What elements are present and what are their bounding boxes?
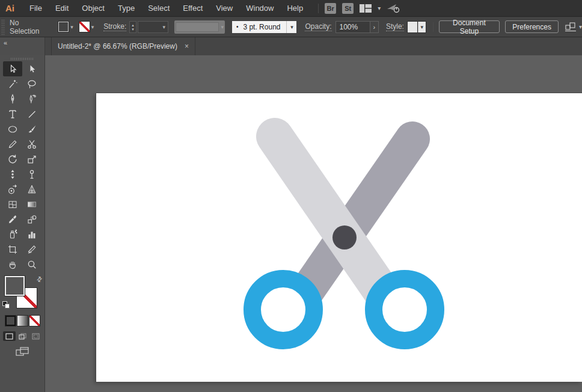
tool-column-graph[interactable] (22, 227, 41, 242)
close-tab-icon[interactable]: × (185, 42, 189, 51)
menu-item-help[interactable]: Help (280, 0, 310, 17)
menu-item-file[interactable]: File (23, 0, 49, 17)
fill-indicator[interactable] (5, 276, 25, 296)
tool-selection[interactable] (3, 61, 22, 76)
tool-pen[interactable] (3, 91, 22, 106)
tool-line-segment[interactable] (22, 106, 41, 121)
chevron-down-icon[interactable]: ▾ (70, 24, 73, 30)
opacity-panel-arrow[interactable]: › (370, 21, 379, 33)
menu-bar: Ai FileEditObjectTypeSelectEffectViewWin… (0, 0, 582, 17)
menu-item-type[interactable]: Type (111, 0, 141, 17)
bridge-button[interactable]: Br (325, 3, 336, 14)
chevron-down-icon[interactable]: ▾ (162, 24, 165, 30)
tool-curvature[interactable] (22, 91, 41, 106)
swap-fill-stroke-icon[interactable]: ⇄ (35, 275, 44, 284)
draw-behind-button[interactable] (16, 331, 29, 341)
tool-blend[interactable] (22, 212, 41, 227)
tool-ellipse[interactable] (3, 121, 22, 136)
menu-item-view[interactable]: View (209, 0, 239, 17)
pen-icon (7, 94, 18, 105)
tool-slice[interactable] (22, 242, 41, 257)
tool-type[interactable] (3, 106, 22, 121)
align-icon[interactable] (565, 22, 577, 32)
stock-button[interactable]: St (342, 3, 354, 14)
draw-inside-button[interactable] (29, 331, 42, 341)
canvas-pasteboard[interactable] (45, 55, 582, 392)
panel-drag-grip[interactable] (11, 58, 34, 60)
tool-free-transform[interactable] (22, 167, 41, 182)
graphic-style-swatch[interactable] (408, 22, 417, 32)
stroke-none-swatch[interactable] (79, 22, 90, 32)
collapse-panel-icon[interactable]: « (4, 39, 7, 46)
variable-width-dropdown: ▾ (174, 20, 225, 34)
chevron-down-icon[interactable]: ▾ (378, 5, 381, 11)
fill-stroke-indicator: ⇄ (0, 275, 45, 314)
slice-icon (26, 244, 37, 255)
artboard[interactable] (96, 93, 582, 382)
brush-definition-dropdown[interactable]: • 3 pt. Round ▾ (232, 21, 297, 33)
share-sync-icon[interactable] (387, 4, 400, 13)
panel-grip[interactable] (1, 19, 5, 35)
gradient-button[interactable] (17, 316, 28, 326)
change-screen-mode-icon[interactable] (16, 347, 29, 358)
tool-magic-wand[interactable] (3, 76, 22, 91)
align-options-control[interactable]: ▾ (565, 22, 582, 32)
tool-symbol-sprayer[interactable] (3, 227, 22, 242)
menu-item-object[interactable]: Object (75, 0, 111, 17)
handle-right (374, 279, 436, 341)
tool-pencil[interactable] (3, 136, 22, 152)
opacity-label[interactable]: Opacity: (305, 22, 331, 31)
tool-paintbrush[interactable] (22, 121, 41, 136)
chevron-down-icon[interactable]: ▾ (91, 24, 94, 30)
chevron-down-icon[interactable]: ▾ (418, 22, 426, 32)
workspace-switcher-icon[interactable] (360, 4, 372, 13)
tool-eyedropper[interactable] (3, 212, 22, 227)
stepper-down-icon[interactable]: ▾ (132, 27, 134, 31)
tool-scissors[interactable] (22, 136, 41, 152)
control-bar: No Selection ▾ ▾ Stroke: ▴ ▾ ▾ ▾ • 3 pt.… (0, 17, 582, 37)
color-button[interactable] (5, 316, 16, 326)
tool-mesh[interactable] (3, 197, 22, 212)
menu-item-edit[interactable]: Edit (49, 0, 75, 17)
stroke-weight-dropdown[interactable]: ▾ (138, 21, 168, 33)
tool-artboard[interactable] (3, 242, 22, 257)
preferences-button[interactable]: Preferences (505, 20, 559, 33)
width-profile-preview (176, 22, 219, 32)
stroke-weight-stepper[interactable]: ▴ ▾ (129, 21, 136, 33)
draw-normal-button[interactable] (3, 331, 16, 341)
tool-zoom[interactable] (22, 257, 41, 272)
document-tab[interactable]: Untitled-2* @ 66.67% (RGB/Preview) × (51, 37, 195, 55)
menu-item-select[interactable]: Select (141, 0, 176, 17)
paint-style-row (0, 316, 44, 326)
chevron-down-icon[interactable]: ▾ (579, 23, 582, 30)
stroke-color-control[interactable]: ▾ (79, 22, 94, 32)
tool-scale[interactable] (22, 152, 41, 167)
width-icon (7, 169, 18, 180)
tool-hand[interactable] (3, 257, 22, 272)
scissors-artwork (96, 93, 582, 382)
style-label[interactable]: Style: (386, 22, 404, 31)
lasso-icon (26, 79, 37, 90)
tool-shape-builder[interactable] (3, 182, 22, 197)
none-button[interactable] (29, 316, 40, 326)
tool-direct-selection[interactable] (22, 61, 41, 76)
stepper-up-icon[interactable]: ▴ (132, 23, 134, 27)
ellipse-icon (7, 124, 18, 135)
tool-grid (0, 61, 44, 272)
tool-gradient[interactable] (22, 197, 41, 212)
fill-swatch[interactable] (58, 22, 69, 32)
menu-item-window[interactable]: Window (239, 0, 280, 17)
symbol-sprayer-icon (7, 229, 18, 240)
chevron-down-icon[interactable]: ▾ (286, 21, 296, 33)
menubar-right-icons: Br St ▾ (318, 3, 400, 14)
default-fill-stroke-icon[interactable] (2, 301, 10, 309)
tool-rotate[interactable] (3, 152, 22, 167)
opacity-input[interactable]: 100% (335, 21, 370, 33)
tool-lasso[interactable] (22, 76, 41, 91)
tool-width[interactable] (3, 167, 22, 182)
document-setup-button[interactable]: Document Setup (439, 20, 500, 33)
menu-item-effect[interactable]: Effect (176, 0, 209, 17)
stroke-weight-label[interactable]: Stroke: (103, 22, 126, 31)
tool-perspective-grid[interactable] (22, 182, 41, 197)
fill-color-control[interactable]: ▾ (58, 22, 73, 32)
